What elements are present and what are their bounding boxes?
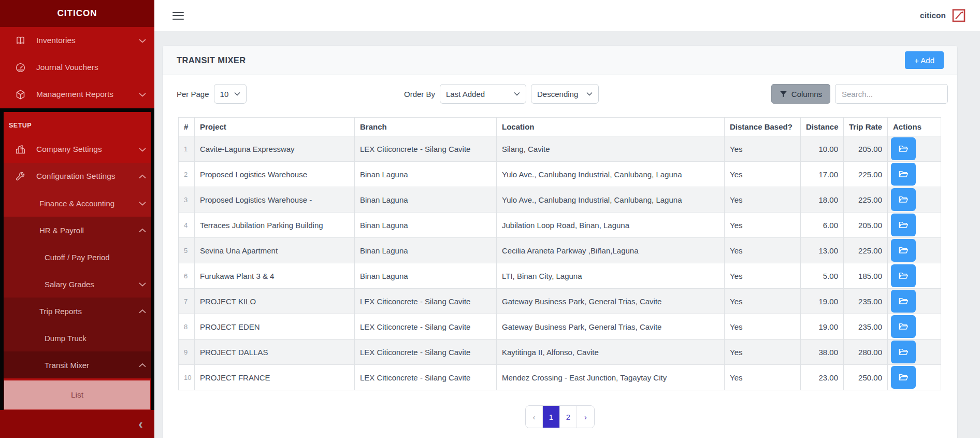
sidebar-item-salary-grades[interactable]: Salary Grades [0, 271, 154, 298]
columns-button[interactable]: Columns [771, 84, 830, 104]
sidebar-brand-header: CITICON [0, 0, 154, 27]
open-record-button[interactable] [891, 239, 916, 262]
sidebar-item-inventories[interactable]: Inventories [0, 27, 154, 54]
brand-logo-text: CITICON [57, 8, 97, 19]
sidebar-item-hr-payroll[interactable]: HR & Payroll [0, 217, 154, 244]
table-row: 9 PROJECT DALLAS LEX Citiconcrete - Sila… [179, 340, 941, 365]
transit-mixer-card: TRANSIT MIXER + Add Per Page 10 Order By… [162, 45, 958, 438]
cube-icon [15, 89, 26, 100]
cell-project: PROJECT FRANCE [195, 365, 355, 390]
add-button[interactable]: + Add [905, 51, 944, 69]
col-header-branch[interactable]: Branch [355, 118, 497, 136]
sidebar-item-list-active[interactable]: List [4, 380, 150, 409]
table-row: 4 Terraces Jubilation Parking Building B… [179, 213, 941, 238]
table-row: 8 PROJECT EDEN LEX Citiconcrete - Silang… [179, 314, 941, 340]
card-header: TRANSIT MIXER + Add [163, 46, 957, 75]
order-by-label: Order By [404, 90, 435, 98]
open-record-button[interactable] [891, 163, 916, 186]
user-menu-label[interactable]: citicon [920, 11, 946, 20]
table-header-row: # Project Branch Location Distance Based… [179, 118, 941, 136]
sort-direction-select[interactable]: Descending [531, 84, 599, 104]
chevron-up-icon [139, 309, 146, 314]
pagination-page-1[interactable]: 1 [543, 406, 560, 428]
col-header-trip-rate[interactable]: Trip Rate [844, 118, 888, 136]
cell-branch: LEX Citiconcrete - Silang Cavite [355, 289, 497, 314]
cell-branch: Binan Laguna [355, 213, 497, 238]
chevron-down-icon [139, 282, 146, 287]
order-by-select[interactable]: Last Added [440, 84, 526, 104]
sidebar-item-label: Inventories [36, 36, 139, 45]
sidebar-item-label: HR & Payroll [39, 226, 139, 235]
open-folder-icon [898, 194, 909, 205]
col-header-location[interactable]: Location [497, 118, 725, 136]
page-title: TRANSIT MIXER [177, 55, 246, 65]
col-header-distance-based[interactable]: Distance Based? [725, 118, 801, 136]
transit-mixer-table: # Project Branch Location Distance Based… [178, 117, 941, 390]
cell-location: Gateway Business Park, General Trias, Ca… [497, 289, 725, 314]
open-folder-icon [898, 220, 909, 230]
cell-distance-based: Yes [725, 289, 801, 314]
sidebar-item-label: Configuration Settings [36, 172, 139, 181]
col-header-distance[interactable]: Distance [801, 118, 844, 136]
cell-branch: Binan Laguna [355, 187, 497, 213]
sidebar-item-trip-reports[interactable]: Trip Reports [0, 298, 154, 324]
col-header-actions: Actions [888, 118, 941, 136]
cell-distance-based: Yes [725, 365, 801, 390]
sidebar-item-dump-truck[interactable]: Dump Truck [0, 324, 154, 351]
cell-distance-based: Yes [725, 340, 801, 365]
table-row: 6 Furukawa Plant 3 & 4 Binan Laguna LTI,… [179, 263, 941, 289]
chevron-down-icon [139, 92, 146, 97]
sidebar-item-label: Journal Vouchers [36, 63, 146, 72]
cell-location: Kaytitinga II, Alfonso, Cavite [497, 340, 725, 365]
pagination-page-2[interactable]: 2 [560, 406, 577, 428]
collapse-sidebar-icon[interactable]: ‹ [138, 417, 143, 431]
table-row: 2 Proposed Logistics Warehouse Binan Lag… [179, 162, 941, 187]
sidebar-item-configuration-settings[interactable]: Configuration Settings [0, 163, 154, 190]
pagination-next-icon[interactable]: › [577, 406, 594, 428]
hamburger-menu-icon[interactable] [172, 12, 184, 20]
open-record-button[interactable] [891, 341, 916, 363]
open-record-button[interactable] [891, 188, 916, 211]
cell-trip-rate: 225.00 [844, 162, 888, 187]
chevron-down-icon [139, 147, 146, 152]
open-record-button[interactable] [891, 290, 916, 313]
sidebar-item-label: Trip Reports [39, 307, 139, 316]
open-folder-icon [898, 245, 909, 256]
chevron-up-icon [139, 363, 146, 368]
page-content: TRANSIT MIXER + Add Per Page 10 Order By… [154, 31, 980, 438]
open-record-button[interactable] [891, 315, 916, 338]
chevron-down-icon [514, 92, 520, 96]
per-page-select[interactable]: 10 [214, 84, 247, 104]
filter-funnel-icon [780, 90, 787, 98]
filter-toolbar: Per Page 10 Order By Last Added Descendi… [163, 84, 957, 104]
cell-distance: 17.00 [801, 162, 844, 187]
edit-note-icon[interactable] [952, 9, 965, 22]
cell-project: Furukawa Plant 3 & 4 [195, 263, 355, 289]
cell-trip-rate: 205.00 [844, 213, 888, 238]
sidebar-item-transit-mixer[interactable]: Transit Mixer [0, 351, 154, 378]
cell-branch: Binan Laguna [355, 263, 497, 289]
pagination-prev-icon[interactable]: ‹ [526, 406, 543, 428]
open-record-button[interactable] [891, 214, 916, 236]
col-header-num[interactable]: # [179, 118, 195, 136]
sidebar-item-journal-vouchers[interactable]: Journal Vouchers [0, 54, 154, 81]
cell-distance: 5.00 [801, 263, 844, 289]
sidebar-item-label: Cutoff / Pay Period [45, 253, 146, 262]
sidebar-item-management-reports[interactable]: Management Reports [0, 81, 154, 108]
sidebar-item-cutoff-pay-period[interactable]: Cutoff / Pay Period [0, 244, 154, 271]
open-folder-icon [898, 372, 909, 383]
cell-distance: 18.00 [801, 187, 844, 213]
sidebar-item-finance-accounting[interactable]: Finance & Accounting [0, 190, 154, 217]
col-header-project[interactable]: Project [195, 118, 355, 136]
open-record-button[interactable] [891, 264, 916, 287]
sidebar-item-company-settings[interactable]: Company Settings [0, 136, 154, 163]
table-row: 3 Proposed Logistics Warehouse - Binan L… [179, 187, 941, 213]
open-record-button[interactable] [891, 137, 916, 160]
search-input[interactable] [835, 84, 948, 104]
chevron-up-icon [139, 228, 146, 233]
open-record-button[interactable] [891, 366, 916, 389]
sidebar-item-label: Management Reports [36, 90, 139, 99]
cell-location: Cecilia Araneta Parkway ,Biñan,Laguna [497, 238, 725, 263]
cell-project: PROJECT KILO [195, 289, 355, 314]
sidebar-item-label: Salary Grades [45, 280, 139, 289]
